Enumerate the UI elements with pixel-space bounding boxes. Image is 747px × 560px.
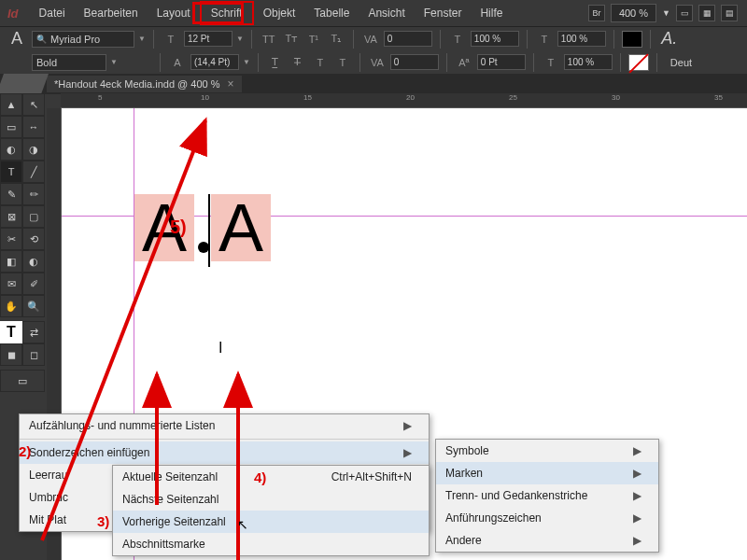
- ruler-tick: 20: [406, 93, 415, 102]
- ot-icon[interactable]: T: [333, 54, 352, 71]
- menu-other[interactable]: Andere▶: [436, 529, 658, 552]
- annotation-box-1: [192, 2, 244, 24]
- menu-bulletlists[interactable]: Aufzählungs- und nummerierte Listen▶: [20, 414, 429, 437]
- menu-ansicht[interactable]: Ansicht: [359, 3, 414, 23]
- dropdown-icon[interactable]: ▼: [138, 35, 146, 43]
- font-weight-select[interactable]: Bold: [32, 54, 106, 71]
- ruler-tick: 10: [201, 93, 209, 102]
- fill-color[interactable]: [622, 31, 642, 48]
- menu-current-page[interactable]: Aktuelle SeitenzahlCtrl+Alt+Shift+N: [113, 466, 429, 488]
- menu-bearbeiten[interactable]: Bearbeiten: [75, 3, 148, 23]
- font-size-select[interactable]: 12 Pt: [184, 31, 233, 47]
- kerning-select[interactable]: 0: [384, 31, 432, 47]
- hscale-select[interactable]: 100 %: [471, 31, 519, 47]
- underline-icon[interactable]: T̲: [266, 54, 285, 71]
- hand-tool[interactable]: ✋: [0, 295, 22, 317]
- menu-tabelle[interactable]: Tabelle: [304, 3, 359, 23]
- super-icon[interactable]: T¹: [304, 31, 323, 48]
- strike-icon[interactable]: T̶: [289, 54, 307, 71]
- character-mode-icon[interactable]: A: [6, 29, 28, 49]
- ligature-icon[interactable]: T: [311, 54, 330, 71]
- menu-label: Sonderzeichen einfügen: [29, 446, 149, 459]
- dropdown-icon[interactable]: ▼: [243, 58, 250, 66]
- scissors-tool[interactable]: ✂: [0, 228, 22, 250]
- menu-objekt[interactable]: Objekt: [254, 3, 305, 23]
- dropdown-icon[interactable]: ▼: [110, 58, 118, 66]
- arrange-icon[interactable]: ▤: [721, 5, 738, 21]
- default-colors[interactable]: ◼: [0, 343, 22, 366]
- screen-mode-icon[interactable]: ▦: [698, 5, 715, 21]
- master-char-right[interactable]: A: [211, 194, 271, 261]
- gradient-tool[interactable]: ◧: [0, 250, 22, 273]
- menu-prev-page[interactable]: Vorherige Seitenzahl: [113, 511, 429, 533]
- fill-stroke-text[interactable]: T: [0, 321, 22, 343]
- skew-select[interactable]: 100 %: [564, 54, 613, 70]
- language-select[interactable]: Deut: [670, 57, 692, 68]
- text-cursor: [208, 194, 210, 267]
- menu-hyphens[interactable]: Trenn- und Gedankenstriche▶: [436, 484, 658, 507]
- control-panel: A 🔍 Myriad Pro ▼ T 12 Pt ▼ TT Tᴛ T¹ T₁ V…: [0, 26, 747, 74]
- zoom-select[interactable]: 400 %: [611, 4, 656, 22]
- menubar: Id Datei Bearbeiten Layout Schrift Objek…: [0, 0, 747, 26]
- gap-tool[interactable]: ↔: [22, 116, 45, 138]
- type-tool[interactable]: T: [0, 161, 22, 183]
- font-family-select[interactable]: 🔍 Myriad Pro: [32, 31, 134, 48]
- swap-fill-stroke[interactable]: ⇄: [22, 321, 45, 343]
- eyedropper-tool[interactable]: ✐: [22, 273, 45, 295]
- view-mode-icon[interactable]: ▭: [676, 5, 693, 21]
- font-family-value: Myriad Pro: [50, 34, 100, 45]
- rect-frame-tool[interactable]: ⊠: [0, 205, 22, 228]
- menu-section-mark[interactable]: Abschnittsmarke: [113, 533, 429, 555]
- menu-label: Nächste Seitenzahl: [122, 493, 218, 506]
- view-mode-tool[interactable]: ▭: [0, 370, 45, 392]
- feather-tool[interactable]: ◐: [22, 250, 45, 273]
- ruler-tick: 25: [509, 93, 517, 102]
- menu-label: Vorherige Seitenzahl: [122, 515, 226, 528]
- vscale-select[interactable]: 100 %: [557, 31, 606, 47]
- dropdown-icon[interactable]: ▼: [236, 35, 244, 43]
- menu-label: Anführungszeichen: [445, 511, 542, 525]
- type-path-tool[interactable]: ╱: [22, 161, 45, 183]
- ibeam-cursor-icon: I: [218, 340, 222, 357]
- rect-tool[interactable]: ▢: [22, 205, 45, 228]
- page-tool[interactable]: ▭: [0, 116, 22, 138]
- menu-quotes[interactable]: Anführungszeichen▶: [436, 507, 658, 529]
- menu-specialchars[interactable]: Sonderzeichen einfügen▶: [20, 441, 429, 464]
- caps-icon[interactable]: TT: [260, 31, 278, 48]
- submenu-arrow-icon: ▶: [403, 419, 412, 432]
- submenu-arrow-icon: ▶: [633, 467, 641, 480]
- baseline-select[interactable]: 0 Pt: [477, 54, 526, 70]
- tracking-select[interactable]: 0: [390, 54, 439, 70]
- ruler-tick: 15: [303, 93, 312, 102]
- direct-selection-tool[interactable]: ↖: [22, 93, 45, 116]
- bridge-icon[interactable]: Br: [588, 5, 605, 21]
- note-tool[interactable]: ✉: [0, 273, 22, 295]
- submenu-arrow-icon: ▶: [403, 446, 412, 459]
- annotation-4: 4): [254, 469, 266, 485]
- zoom-tool[interactable]: 🔍: [22, 295, 45, 317]
- content-tool[interactable]: ◐: [0, 138, 22, 161]
- close-icon[interactable]: ×: [228, 77, 234, 91]
- pen-tool[interactable]: ✎: [0, 183, 22, 205]
- sub-icon[interactable]: T₁: [327, 31, 345, 48]
- dropdown-icon[interactable]: ▼: [662, 8, 670, 18]
- pencil-tool[interactable]: ✏: [22, 183, 45, 205]
- selection-tool[interactable]: ▲: [0, 93, 22, 116]
- smallcaps-icon[interactable]: Tᴛ: [282, 31, 301, 48]
- menu-datei[interactable]: Datei: [30, 3, 75, 23]
- menu-markers[interactable]: Marken▶: [436, 462, 658, 484]
- toolbox: ▲↖ ▭↔ ◐◑ T╱ ✎✏ ⊠▢ ✂⟲ ◧◐ ✉✐ ✋🔍 T⇄ ◼◻ ▭: [0, 93, 45, 392]
- ruler-tick: 35: [714, 93, 723, 102]
- content-placer-tool[interactable]: ◑: [22, 138, 45, 161]
- charstyle-icon[interactable]: A.: [658, 29, 681, 49]
- skew-icon: T: [542, 54, 560, 71]
- document-tab[interactable]: *Handout 4eck Media.indd @ 400 % ×: [47, 76, 242, 92]
- menu-hilfe[interactable]: Hilfe: [471, 3, 512, 23]
- leading-select[interactable]: (14,4 Pt): [190, 54, 239, 70]
- transform-tool[interactable]: ⟲: [22, 228, 45, 250]
- stroke-color[interactable]: [628, 54, 649, 71]
- format-container[interactable]: ◻: [22, 343, 45, 366]
- menu-next-page[interactable]: Nächste Seitenzahl: [113, 488, 429, 511]
- menu-fenster[interactable]: Fenster: [415, 3, 472, 23]
- menu-symbols[interactable]: Symbole▶: [436, 440, 658, 462]
